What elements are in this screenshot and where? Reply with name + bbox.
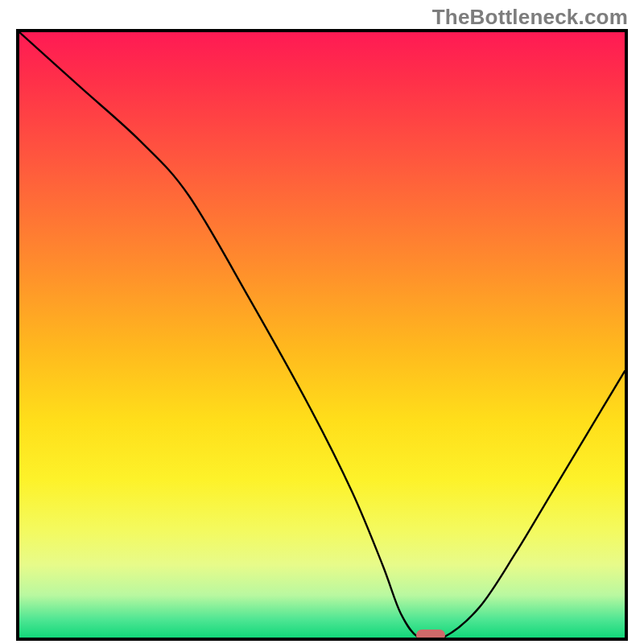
chart-stage: TheBottleneck.com — [0, 0, 644, 644]
bottleneck-curve — [19, 32, 625, 638]
watermark-text: TheBottleneck.com — [432, 5, 628, 30]
optimum-marker — [416, 630, 445, 641]
plot-area — [16, 29, 628, 641]
